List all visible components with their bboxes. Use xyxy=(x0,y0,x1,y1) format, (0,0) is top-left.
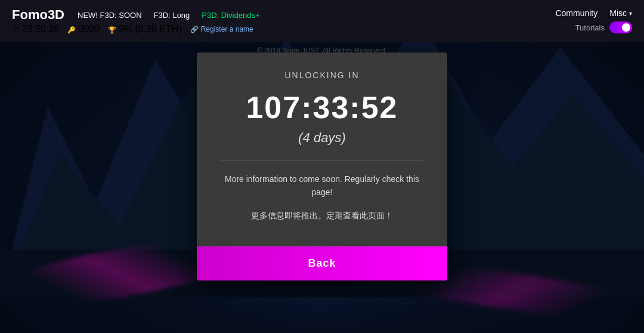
modal-overlay: UNLOCKING IN 107:33:52 (4 days) More inf… xyxy=(0,0,644,333)
modal-info-en: More information to come soon. Regularly… xyxy=(221,172,423,199)
modal-title: UNLOCKING IN xyxy=(221,70,423,80)
modal-days: (4 days) xyxy=(221,130,423,146)
modal-countdown: 107:33:52 xyxy=(221,90,423,125)
modal-body: UNLOCKING IN 107:33:52 (4 days) More inf… xyxy=(197,53,447,246)
unlocking-modal: UNLOCKING IN 107:33:52 (4 days) More inf… xyxy=(197,53,447,280)
back-button[interactable]: Back xyxy=(197,246,447,280)
modal-info-cn: 更多信息即将推出。定期查看此页面！ xyxy=(221,209,423,222)
modal-footer: Back xyxy=(197,246,447,280)
modal-divider xyxy=(221,160,423,161)
